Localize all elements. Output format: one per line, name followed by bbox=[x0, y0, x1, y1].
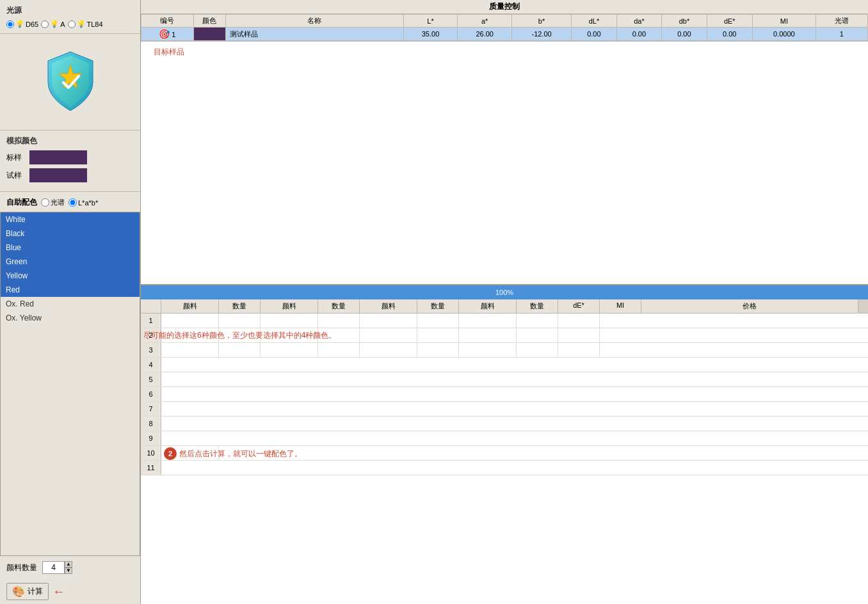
list-item-blue[interactable]: Blue bbox=[1, 241, 140, 255]
standard-label: 标样 bbox=[6, 152, 24, 163]
col-num: 编号 bbox=[141, 15, 194, 28]
grid-cell bbox=[219, 343, 261, 357]
col-da: da* bbox=[616, 15, 662, 28]
cell-color bbox=[193, 28, 225, 41]
col-MI: MI bbox=[752, 15, 816, 28]
col-spectrum: 光谱 bbox=[816, 15, 867, 28]
radio-a[interactable]: 💡 A bbox=[41, 20, 65, 28]
grid-cell bbox=[600, 328, 868, 342]
calc-label: 计算 bbox=[28, 586, 43, 597]
list-item-yellow[interactable]: Yellow bbox=[1, 269, 140, 283]
grid-header-pigment2: 颜料 bbox=[261, 299, 318, 313]
list-item-white[interactable]: White bbox=[1, 212, 140, 226]
spinner-up[interactable]: ▲ bbox=[65, 561, 72, 568]
target-label: 目标样品 bbox=[141, 42, 868, 63]
grid-cell bbox=[161, 358, 868, 372]
grid-cell bbox=[417, 314, 459, 328]
radio-spectrum[interactable]: 光谱 bbox=[41, 198, 65, 207]
grid-cell bbox=[600, 343, 868, 357]
grid-header-price: 价格 bbox=[641, 299, 858, 313]
qc-title: 质量控制 bbox=[141, 0, 868, 14]
cell-dL: 0.00 bbox=[572, 28, 617, 41]
grid-cell bbox=[558, 314, 600, 328]
grid-cell bbox=[161, 431, 868, 445]
row-num-3: 3 bbox=[141, 343, 161, 357]
grid-row-7: 7 bbox=[141, 402, 868, 417]
cell-da: 0.00 bbox=[616, 28, 662, 41]
cell-b: -12.00 bbox=[511, 28, 571, 41]
col-L: L* bbox=[403, 15, 458, 28]
annotation-text-2: 然后点击计算，就可以一键配色了。 bbox=[179, 449, 302, 459]
auto-match-grid: 颜料 数量 颜料 数量 颜料 数量 颜料 数量 dE* MI 价格 1 bbox=[141, 299, 868, 604]
grid-header-dE: dE* bbox=[558, 299, 600, 313]
radio-lab[interactable]: L*a*b* bbox=[68, 198, 98, 207]
right-panel: 质量控制 编号 颜色 名称 L* a* b* dL* da* db* bbox=[141, 0, 868, 604]
qc-content-area: 目标样品 bbox=[141, 41, 868, 284]
bulb-icon-a: 💡 bbox=[50, 20, 59, 28]
annotation-text-1: 尽可能的选择这6种颜色，至少也要选择其中的4种颜色。 bbox=[143, 330, 336, 341]
spinner-down[interactable]: ▼ bbox=[65, 568, 72, 574]
progress-text: 100% bbox=[495, 289, 513, 296]
light-source-section: 光源 💡 D65 💡 A 💡 TL84 bbox=[0, 0, 140, 34]
bulb-icon-tl84: 💡 bbox=[77, 20, 86, 28]
grid-header: 颜料 数量 颜料 数量 颜料 数量 颜料 数量 dE* MI 价格 bbox=[141, 299, 868, 314]
radio-tl84[interactable]: 💡 TL84 bbox=[68, 20, 103, 28]
grid-row-2: 2 → 1 尽可能的选择这6种颜色，至少也要选择其中的4种颜色。 bbox=[141, 328, 868, 343]
col-dL: dL* bbox=[572, 15, 617, 28]
row-num-5: 5 bbox=[141, 372, 161, 386]
row-num-4: 4 bbox=[141, 358, 161, 372]
grid-cell bbox=[219, 446, 868, 460]
list-item-black[interactable]: Black bbox=[1, 226, 140, 241]
pigment-count-label: 颜料数量 bbox=[6, 562, 37, 573]
grid-cell bbox=[161, 387, 868, 401]
grid-cell: 2 然后点击计算，就可以一键配色了。 bbox=[161, 446, 219, 460]
grid-cell bbox=[161, 314, 219, 328]
cell-db: 0.00 bbox=[662, 28, 707, 41]
grid-cell bbox=[161, 417, 868, 431]
radio-d65[interactable]: 💡 D65 bbox=[6, 20, 38, 28]
pigment-color-list[interactable]: White Black Blue Green Yellow Red Ox. Re… bbox=[0, 212, 140, 556]
grid-cell bbox=[161, 402, 868, 416]
auto-match-title: 自助配色 bbox=[6, 197, 37, 208]
grid-cell: → 1 尽可能的选择这6种颜色，至少也要选择其中的4种颜色。 bbox=[161, 328, 219, 342]
shield-icon bbox=[35, 47, 106, 117]
grid-row-1: 1 bbox=[141, 314, 868, 328]
target-icon: 🎯 bbox=[159, 29, 170, 39]
lab-label: L*a*b* bbox=[78, 199, 98, 207]
standard-swatch bbox=[29, 150, 87, 164]
grid-cell bbox=[558, 328, 600, 342]
grid-cell bbox=[517, 328, 558, 342]
cell-L: 35.00 bbox=[403, 28, 458, 41]
cell-spectrum: 1 bbox=[816, 28, 867, 41]
list-item-green[interactable]: Green bbox=[1, 255, 140, 269]
grid-cell bbox=[459, 314, 517, 328]
row-num-7: 7 bbox=[141, 402, 161, 416]
list-item-ox-yellow[interactable]: Ox. Yellow bbox=[1, 311, 140, 325]
pigment-count-spinner[interactable]: ▲ ▼ bbox=[65, 561, 72, 574]
calc-button[interactable]: 🎨 计算 bbox=[6, 583, 49, 600]
pigment-count-input[interactable]: 4 bbox=[42, 561, 65, 574]
grid-cell bbox=[600, 314, 868, 328]
pigment-count-input-group[interactable]: 4 ▲ ▼ bbox=[42, 561, 72, 574]
calc-icon: 🎨 bbox=[12, 585, 25, 598]
grid-cell bbox=[360, 314, 417, 328]
grid-cell bbox=[360, 328, 417, 342]
calc-arrow-annotation: ← bbox=[52, 584, 65, 599]
table-row: 🎯 1 ↓ 测试样品 35.00 26.00 -12.00 0.00 0.00 bbox=[141, 28, 868, 41]
grid-cell bbox=[459, 328, 517, 342]
left-panel: 光源 💡 D65 💡 A 💡 TL84 bbox=[0, 0, 141, 604]
grid-cell bbox=[459, 343, 517, 357]
cell-MI: 0.0000 bbox=[752, 28, 816, 41]
list-item-ox-red[interactable]: Ox. Red bbox=[1, 297, 140, 311]
progress-bar: 100% bbox=[141, 285, 868, 299]
calc-button-row: 🎨 计算 ← bbox=[0, 579, 140, 604]
quality-control-section: 质量控制 编号 颜色 名称 L* a* b* dL* da* db* bbox=[141, 0, 868, 285]
grid-cell bbox=[161, 461, 868, 475]
qc-table: 编号 颜色 名称 L* a* b* dL* da* db* dE* MI 光谱 bbox=[141, 14, 868, 41]
col-b: b* bbox=[511, 15, 571, 28]
grid-cell bbox=[261, 343, 318, 357]
list-item-red[interactable]: Red bbox=[1, 283, 140, 297]
grid-cell bbox=[219, 314, 261, 328]
grid-row-9: 9 bbox=[141, 431, 868, 446]
grid-body[interactable]: 1 2 bbox=[141, 314, 868, 604]
